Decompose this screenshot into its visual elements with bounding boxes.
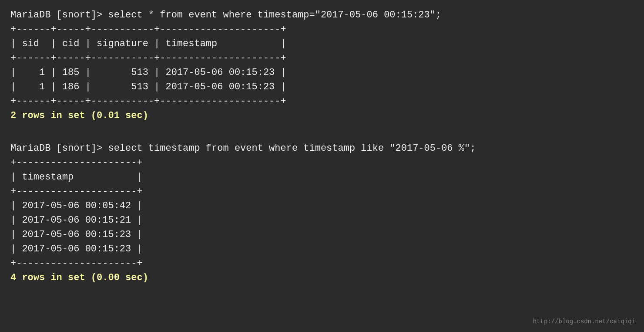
table-lines-2: +---------------------+ | timestamp | +-… [10, 156, 634, 271]
result-line-2: 4 rows in set (0.00 sec) [10, 271, 634, 285]
terminal-block-1: MariaDB [snort]> select * from event whe… [10, 8, 634, 123]
command-line-1: MariaDB [snort]> select * from event whe… [10, 8, 634, 22]
result-line-1: 2 rows in set (0.01 sec) [10, 108, 634, 123]
watermark: http://blog.csdn.net/caiqiqi [533, 318, 635, 325]
terminal-block-2: MariaDB [snort]> select timestamp from e… [10, 141, 634, 285]
terminal-container: MariaDB [snort]> select * from event whe… [10, 8, 634, 285]
spacer [10, 133, 634, 141]
command-line-2: MariaDB [snort]> select timestamp from e… [10, 141, 634, 156]
table-lines-1: +------+-----+-----------+--------------… [10, 22, 634, 108]
